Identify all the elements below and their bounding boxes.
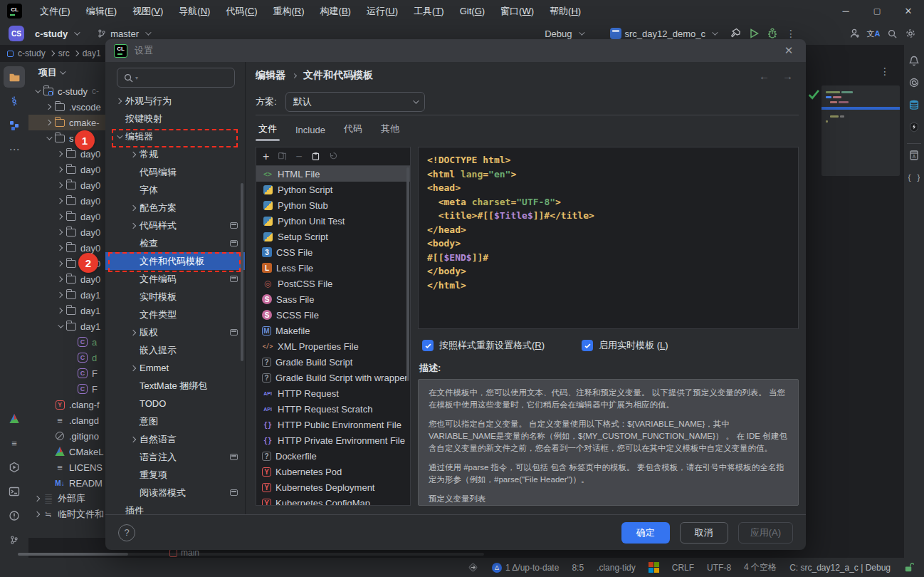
template-xml-properties-file[interactable]: </>XML Properties File (256, 338, 410, 354)
settings-nav-[interactable]: 意图 (105, 412, 245, 430)
tree-item-day0[interactable]: day0 (28, 240, 105, 256)
tree-item-cmakel[interactable]: CMakeL (28, 444, 105, 459)
tree-item-clangf[interactable]: Y.clang-f (28, 397, 105, 412)
menu-c[interactable]: 代码(C) (218, 0, 265, 22)
template-html-file[interactable]: <>HTML File (256, 166, 410, 182)
template-http-public-environment-file[interactable]: {}HTTP Public Environment File (256, 417, 410, 432)
ai-assistant-icon[interactable] (905, 74, 923, 91)
settings-nav-[interactable]: 外观与行为 (105, 92, 245, 110)
horizontal-scrollbar[interactable] (18, 553, 484, 556)
template-python-stub[interactable]: Python Stub (256, 197, 410, 213)
template-scss-file[interactable]: SSCSS File (256, 307, 410, 323)
button-a[interactable]: 应用(A) (738, 522, 793, 544)
settings-button[interactable] (901, 24, 920, 43)
template-python-unit-test[interactable]: Python Unit Test (256, 213, 410, 229)
tab-[interactable]: 文件 (258, 123, 277, 141)
settings-nav-[interactable]: 嵌入提示 (105, 341, 245, 359)
template-gradle-build-script-with-wrapper[interactable]: ?Gradle Build Script with wrapper (256, 370, 410, 385)
tree-item-gitigno[interactable]: .gitigno (28, 428, 105, 444)
maximize-button[interactable]: ▢ (861, 0, 893, 22)
status-4-[interactable]: 4 个空格 (744, 561, 777, 573)
settings-nav-[interactable]: 文件编码 (105, 270, 245, 288)
settings-nav-todo[interactable]: TODO (105, 395, 245, 412)
back-button[interactable]: ← (759, 70, 770, 82)
tree-item-day0[interactable]: day0 (28, 271, 105, 287)
reset-template-button[interactable] (329, 152, 338, 161)
tree-item-day0[interactable]: day0 (28, 193, 105, 209)
menu-w[interactable]: 窗口(W) (493, 0, 542, 22)
status--clang-tidy[interactable]: .clang-tidy (597, 563, 636, 573)
minimize-button[interactable]: ─ (830, 0, 861, 22)
git-branch-icon[interactable] (4, 529, 25, 551)
plugin-shield-icon[interactable] (905, 118, 923, 135)
template-http-request[interactable]: APIHTTP Request (256, 385, 410, 401)
template-postcss-file[interactable]: ◎PostCSS File (256, 276, 410, 291)
dialog-close-icon[interactable]: ✕ (780, 44, 797, 57)
settings-nav-[interactable]: 插件 (105, 501, 245, 514)
menu-e[interactable]: 编辑(E) (78, 0, 125, 22)
menu-n[interactable]: 导航(N) (171, 0, 218, 22)
button-[interactable]: 确定 (621, 522, 670, 544)
template-http-request-scratch[interactable]: APIHTTP Request Scratch (256, 401, 410, 417)
settings-nav-[interactable]: 版权 (105, 323, 245, 341)
template-kubernetes-pod[interactable]: YKubernetes Pod (256, 464, 410, 479)
project-panel-header[interactable]: 项目 (28, 62, 105, 83)
run-config-selector[interactable]: Debug (539, 28, 588, 39)
tab-include[interactable]: Include (295, 125, 325, 141)
tree-item-day1[interactable]: day1 (28, 303, 105, 318)
status-8-5[interactable]: 8:5 (572, 563, 584, 573)
scheme-select[interactable]: 默认 (285, 92, 425, 112)
menu-h[interactable]: 帮助(H) (542, 0, 589, 22)
settings-nav-textmate[interactable]: TextMate 捆绑包 (105, 377, 245, 395)
tab-[interactable]: 其他 (381, 123, 399, 141)
template-kubernetes-deployment[interactable]: YKubernetes Deployment (256, 479, 410, 495)
tree-item-day0[interactable]: day0 (28, 162, 105, 177)
status-utf-8[interactable]: UTF-8 (707, 563, 731, 573)
tree-item-a[interactable]: Ca (28, 334, 105, 350)
tree-item-[interactable]: 𝄛外部库 (28, 491, 105, 506)
bell-icon[interactable] (905, 52, 923, 69)
branch-selector[interactable]: master (91, 28, 155, 39)
project-folder-icon[interactable] (4, 66, 25, 88)
settings-nav-[interactable]: 自然语言 (105, 430, 245, 448)
add-template-button[interactable]: + (263, 150, 269, 163)
terminal-icon[interactable] (4, 481, 25, 502)
json-braces-icon[interactable]: { } (905, 169, 923, 186)
more-icon[interactable]: ⋯ (4, 139, 25, 160)
checkbox-l[interactable]: 启用实时模板 (L) (582, 339, 668, 352)
tree-item-f[interactable]: CF (28, 365, 105, 381)
documentation-icon[interactable]: A (905, 147, 923, 164)
search-everywhere-button[interactable] (883, 24, 901, 43)
settings-nav-[interactable]: 检查 (105, 234, 245, 252)
menu-b[interactable]: 构建(B) (313, 0, 359, 22)
menu-v[interactable]: 视图(V) (125, 0, 171, 22)
menu-gitg[interactable]: Git(G) (452, 0, 493, 22)
settings-nav-[interactable]: 代码编辑 (105, 163, 245, 181)
status-c-src_day12_a_c-debug[interactable]: C: src_day12_a_c | Debug (789, 563, 891, 573)
tree-item-clangd[interactable]: ≡.clangd (28, 412, 105, 428)
template-python-script[interactable]: Python Script (256, 182, 410, 197)
template-kubernetes-configmap[interactable]: YKubernetes ConfigMap (256, 495, 410, 505)
tree-item-licens[interactable]: ≡LICENS (28, 459, 105, 475)
commit-icon[interactable] (4, 90, 25, 112)
settings-nav-emmet[interactable]: Emmet (105, 359, 245, 377)
settings-nav-[interactable]: 重复项 (105, 466, 245, 484)
template-sass-file[interactable]: SSass File (256, 291, 410, 307)
tree-item-cmake[interactable]: cmake- (28, 115, 105, 130)
run-target-selector[interactable]: src_day12_demo_c (604, 28, 722, 39)
status-sync-diamond[interactable] (467, 561, 479, 573)
settings-nav-[interactable]: 阅读器模式 (105, 484, 245, 501)
status-crlf[interactable]: CRLF (672, 563, 694, 573)
settings-nav-[interactable]: 文件类型 (105, 306, 245, 323)
tree-item-day0[interactable]: day0 (28, 209, 105, 224)
tree-item-readm[interactable]: M↓READM (28, 475, 105, 491)
settings-nav-[interactable]: 字体 (105, 181, 245, 199)
cmake-icon[interactable] (4, 408, 25, 430)
menu-f[interactable]: 文件(F) (32, 0, 78, 22)
button-[interactable]: 取消 (680, 522, 728, 544)
database-icon[interactable] (905, 96, 923, 113)
breadcrumb-item[interactable]: src (58, 48, 70, 58)
tree-item-vscode[interactable]: .vscode (28, 99, 105, 115)
forward-button[interactable]: → (782, 70, 793, 82)
tree-item-d[interactable]: Cd (28, 350, 105, 365)
